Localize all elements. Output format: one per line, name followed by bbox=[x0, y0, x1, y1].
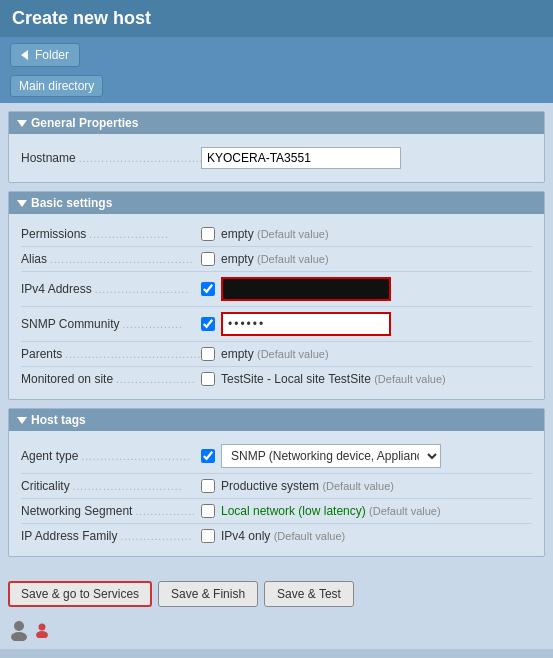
alias-control: empty (Default value) bbox=[201, 252, 532, 266]
parents-control: empty (Default value) bbox=[201, 347, 532, 361]
hostname-label-container: Hostname ...............................… bbox=[21, 151, 201, 165]
breadcrumb-button[interactable]: Main directory bbox=[10, 75, 103, 97]
basic-settings-title: Basic settings bbox=[31, 196, 112, 210]
toolbar: Folder bbox=[0, 37, 553, 73]
monitored-label: Monitored on site bbox=[21, 372, 113, 386]
user-icon-2 bbox=[34, 622, 50, 638]
networking-segment-control: Local network (low latency) (Default val… bbox=[201, 504, 532, 518]
save-go-services-button[interactable]: Save & go to Services bbox=[8, 581, 152, 607]
arrow-left-icon bbox=[21, 50, 28, 60]
criticality-checkbox[interactable] bbox=[201, 479, 215, 493]
criticality-control: Productive system (Default value) bbox=[201, 479, 532, 493]
criticality-label-container: Criticality ............................… bbox=[21, 479, 201, 493]
snmp-label: SNMP Community bbox=[21, 317, 119, 331]
ipv4-label-container: IPv4 Address ......................... bbox=[21, 282, 201, 296]
snmp-control bbox=[201, 312, 532, 336]
hostname-label: Hostname bbox=[21, 151, 76, 165]
snmp-checkbox[interactable] bbox=[201, 317, 215, 331]
page-title: Create new host bbox=[12, 8, 151, 28]
permissions-label: Permissions bbox=[21, 227, 86, 241]
ip-family-label-container: IP Address Family ................... bbox=[21, 529, 201, 543]
permissions-label-container: Permissions ..................... bbox=[21, 227, 201, 241]
general-properties-body: Hostname ...............................… bbox=[9, 134, 544, 182]
ipv4-label: IPv4 Address bbox=[21, 282, 92, 296]
user-icon-1 bbox=[8, 619, 30, 641]
ipv4-checkbox[interactable] bbox=[201, 282, 215, 296]
agent-type-checkbox[interactable] bbox=[201, 449, 215, 463]
monitored-checkbox[interactable] bbox=[201, 372, 215, 386]
networking-segment-row: Networking Segment ................ Loca… bbox=[21, 499, 532, 524]
snmp-label-container: SNMP Community ................ bbox=[21, 317, 201, 331]
basic-settings-body: Permissions ..................... empty … bbox=[9, 214, 544, 399]
alias-row: Alias ..................................… bbox=[21, 247, 532, 272]
ip-family-checkbox[interactable] bbox=[201, 529, 215, 543]
main-content: General Properties Hostname ............… bbox=[0, 103, 553, 573]
svg-point-2 bbox=[39, 624, 46, 631]
breadcrumb-bar: Main directory bbox=[0, 73, 553, 103]
parents-label: Parents bbox=[21, 347, 62, 361]
basic-settings-section: Basic settings Permissions .............… bbox=[8, 191, 545, 400]
ip-family-row: IP Address Family ................... IP… bbox=[21, 524, 532, 548]
criticality-row: Criticality ............................… bbox=[21, 474, 532, 499]
save-finish-button[interactable]: Save & Finish bbox=[158, 581, 258, 607]
alias-label: Alias bbox=[21, 252, 47, 266]
alias-label-container: Alias ..................................… bbox=[21, 252, 201, 266]
save-finish-label: Save & Finish bbox=[171, 587, 245, 601]
agent-type-control: SNMP (Networking device, Appliance) Chec… bbox=[201, 444, 532, 468]
alias-checkbox[interactable] bbox=[201, 252, 215, 266]
svg-point-3 bbox=[36, 631, 48, 638]
permissions-checkbox[interactable] bbox=[201, 227, 215, 241]
host-tags-section: Host tags Agent type ...................… bbox=[8, 408, 545, 557]
ipv4-input[interactable] bbox=[221, 277, 391, 301]
general-properties-header: General Properties bbox=[9, 112, 544, 134]
agent-type-label-container: Agent type ............................. bbox=[21, 449, 201, 463]
basic-settings-header: Basic settings bbox=[9, 192, 544, 214]
folder-button-label: Folder bbox=[35, 48, 69, 62]
alias-value: empty (Default value) bbox=[221, 252, 329, 266]
general-properties-title: General Properties bbox=[31, 116, 138, 130]
monitored-value: TestSite - Local site TestSite (Default … bbox=[221, 372, 446, 386]
hostname-row: Hostname ...............................… bbox=[21, 142, 532, 174]
hostname-control bbox=[201, 147, 532, 169]
permissions-row: Permissions ..................... empty … bbox=[21, 222, 532, 247]
collapse-icon bbox=[17, 200, 27, 207]
save-test-label: Save & Test bbox=[277, 587, 341, 601]
ip-family-label: IP Address Family bbox=[21, 529, 117, 543]
page-header: Create new host bbox=[0, 0, 553, 37]
networking-segment-label: Networking Segment bbox=[21, 504, 132, 518]
general-properties-section: General Properties Hostname ............… bbox=[8, 111, 545, 183]
collapse-icon bbox=[17, 417, 27, 424]
save-go-services-label: Save & go to Services bbox=[21, 587, 139, 601]
snmp-row: SNMP Community ................ bbox=[21, 307, 532, 342]
monitored-label-container: Monitored on site ..................... bbox=[21, 372, 201, 386]
folder-button[interactable]: Folder bbox=[10, 43, 80, 67]
criticality-label: Criticality bbox=[21, 479, 70, 493]
networking-segment-label-container: Networking Segment ................ bbox=[21, 504, 201, 518]
criticality-value: Productive system (Default value) bbox=[221, 479, 394, 493]
parents-label-container: Parents ................................… bbox=[21, 347, 201, 361]
host-tags-header: Host tags bbox=[9, 409, 544, 431]
networking-segment-value: Local network (low latency) (Default val… bbox=[221, 504, 441, 518]
ip-family-control: IPv4 only (Default value) bbox=[201, 529, 532, 543]
monitored-row: Monitored on site ..................... … bbox=[21, 367, 532, 391]
footer-buttons: Save & go to Services Save & Finish Save… bbox=[0, 573, 553, 615]
parents-row: Parents ................................… bbox=[21, 342, 532, 367]
collapse-icon bbox=[17, 120, 27, 127]
breadcrumb-label: Main directory bbox=[19, 79, 94, 93]
svg-point-1 bbox=[11, 632, 27, 641]
ip-family-value: IPv4 only (Default value) bbox=[221, 529, 345, 543]
agent-type-select[interactable]: SNMP (Networking device, Appliance) Chec… bbox=[221, 444, 441, 468]
snmp-input[interactable] bbox=[221, 312, 391, 336]
parents-checkbox[interactable] bbox=[201, 347, 215, 361]
hostname-input[interactable] bbox=[201, 147, 401, 169]
host-tags-title: Host tags bbox=[31, 413, 86, 427]
host-tags-body: Agent type .............................… bbox=[9, 431, 544, 556]
permissions-value: empty (Default value) bbox=[221, 227, 329, 241]
ipv4-row: IPv4 Address ......................... bbox=[21, 272, 532, 307]
agent-type-label: Agent type bbox=[21, 449, 78, 463]
footer-icons bbox=[0, 615, 553, 649]
save-test-button[interactable]: Save & Test bbox=[264, 581, 354, 607]
permissions-control: empty (Default value) bbox=[201, 227, 532, 241]
networking-segment-checkbox[interactable] bbox=[201, 504, 215, 518]
parents-value: empty (Default value) bbox=[221, 347, 329, 361]
